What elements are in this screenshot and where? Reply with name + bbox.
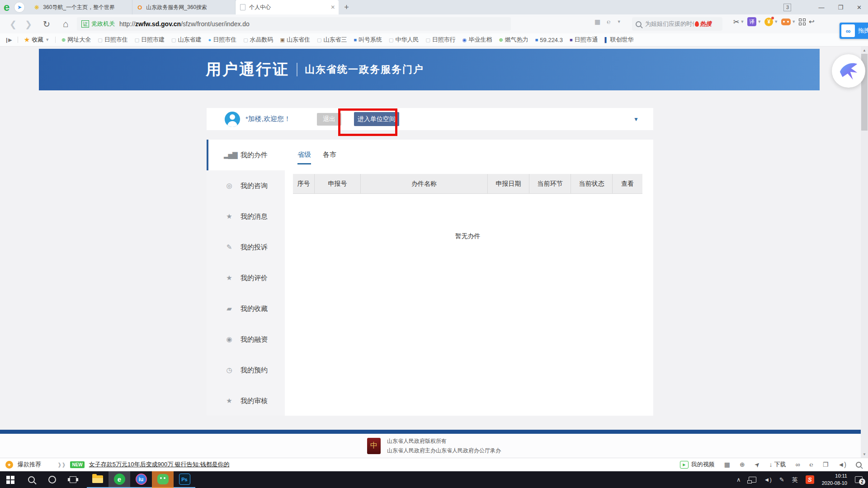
bookmark-item[interactable]: ⊕ 网址大全 [61, 36, 91, 44]
level-tab[interactable]: 各市 [323, 150, 336, 164]
bookmark-item[interactable]: ▢ 中华人民 [389, 36, 419, 44]
browser-tab-3-active[interactable]: 个人中心 ✕ [236, 0, 339, 14]
forward-icon[interactable]: ❯ [23, 19, 34, 29]
bookmark-item[interactable]: ▣ 山东省住 [280, 36, 310, 44]
booster-rocket-icon[interactable]: ➤ [753, 460, 762, 469]
sogou-input-icon[interactable]: S [806, 475, 814, 484]
bookmark-item[interactable]: ◉ 毕业生档 [462, 36, 492, 44]
double-chevron-icon[interactable]: ❱❱ [57, 462, 66, 468]
home-icon[interactable]: ⌂ [60, 19, 71, 29]
sidebar-item[interactable]: ★ 我的评价 [207, 263, 285, 293]
page-footer: 中 山东省人民政府版权所有 山东省人民政府主办山东省人民政府办公厅承办 [0, 434, 868, 458]
recommend-star-icon[interactable]: ★ [5, 461, 13, 469]
navigation-compass-icon[interactable]: ➤ [14, 2, 25, 13]
bookmark-item[interactable]: ▢ 日照市建 [135, 36, 165, 44]
news-headline-link[interactable]: 女子存款5万元10年后变成900万 银行告知:钱都是你的 [89, 460, 230, 469]
government-emblem-icon: 中 [367, 438, 381, 454]
bookmark-item[interactable]: ■ 叫号系统 [354, 36, 382, 44]
flame-icon [695, 21, 699, 27]
incognito-glasses-icon[interactable]: ∞ [796, 461, 800, 468]
address-bar[interactable]: 证 党政机关 http://zwfw.sd.gov.cn/sfzw/front/… [77, 17, 511, 31]
scrollbar-down-icon[interactable]: ▼ [861, 450, 868, 458]
browser-tab-1[interactable]: ❋ 360导航_一个主页，整个世界 [29, 0, 132, 14]
games-tool[interactable]: ▼ [781, 19, 796, 25]
window-close-button[interactable]: ✕ [857, 4, 862, 11]
bookmark-item[interactable]: ■ 59.224.3 [535, 37, 563, 43]
sidebar-item[interactable]: ◎ 我的咨询 [207, 170, 285, 201]
sidebar-item[interactable]: ◷ 我的预约 [207, 355, 285, 385]
bookmark-item[interactable]: ▢ 山东省三 [317, 36, 347, 44]
scrollbar-up-icon[interactable]: ▲ [861, 47, 868, 54]
speaker-icon[interactable]: ◄) [838, 461, 846, 468]
logout-button[interactable]: 退出 [317, 113, 341, 126]
window-layout-icon[interactable]: ❐ [823, 461, 829, 468]
ime-language-indicator[interactable]: 英 [792, 476, 798, 484]
zoom-search-icon[interactable] [856, 462, 862, 468]
window-minimize-button[interactable]: — [818, 4, 824, 11]
enter-unit-space-button[interactable]: 进入单位空间 [354, 112, 399, 126]
chevron-down-icon[interactable]: ▼ [617, 19, 621, 24]
bookmark-item[interactable]: ▢ 水晶数码 [243, 36, 273, 44]
browser-logo-icon[interactable]: e [4, 0, 9, 14]
my-video-button[interactable]: ▶ 我的视频 [680, 460, 715, 469]
hidden-icons-chevron[interactable]: ∧ [736, 476, 741, 483]
undo-arrow-icon[interactable]: ↩ [809, 18, 815, 26]
search-icon [636, 21, 642, 27]
new-tab-button[interactable]: + [344, 3, 349, 12]
network-icon[interactable] [749, 477, 756, 483]
page-scrollbar[interactable]: ▲ ▼ [861, 47, 868, 458]
search-input[interactable] [644, 20, 695, 28]
start-button[interactable] [0, 471, 21, 488]
task-view-button[interactable] [62, 471, 83, 488]
cloud-drag-tip[interactable]: ∞ 拖拽 [840, 23, 868, 39]
sidebar-item[interactable]: ◉ 我的融资 [207, 324, 285, 355]
bookmark-item[interactable]: ● 日照市住 [208, 36, 237, 44]
sidebar-item[interactable]: ★ 我的消息 [207, 201, 285, 232]
tab-count-badge[interactable]: 3 [783, 4, 791, 11]
user-dropdown-icon[interactable]: ▼ [633, 116, 639, 122]
file-explorer-button[interactable] [87, 471, 108, 488]
download-button[interactable]: ↓ 下载 [769, 460, 786, 469]
favorites-button[interactable]: ★ 收藏 ▼ [24, 36, 49, 44]
sidebar-item[interactable]: ✎ 我的投诉 [207, 232, 285, 263]
wallet-tool[interactable]: ¥▼ [764, 18, 778, 26]
bookmarks-expand-icon[interactable]: ❙▶ [5, 37, 12, 43]
hot-search-label[interactable]: 热搜 [700, 20, 712, 28]
cortana-button[interactable] [42, 471, 62, 488]
tab-close-icon[interactable]: ✕ [330, 4, 335, 10]
bookmark-item[interactable]: ■ 日照市通 [570, 36, 598, 44]
sidebar-item[interactable]: ▰ 我的收藏 [207, 293, 285, 324]
iu-app-button[interactable]: iu [130, 471, 152, 488]
sidebar-item[interactable]: ★ 我的审核 [207, 385, 285, 416]
qr-code-icon[interactable]: ▦ [594, 18, 600, 25]
image-tool-icon[interactable]: ▦ [724, 461, 730, 468]
wechat-button[interactable] [152, 471, 174, 488]
pen-input-icon[interactable]: ✎ [779, 476, 784, 483]
refresh-icon[interactable]: ↻ [41, 19, 52, 29]
level-tab[interactable]: 省级 [297, 150, 311, 164]
sidebar-item[interactable]: ▂▅▇ 我的办件 [207, 140, 285, 170]
volume-icon[interactable]: ◄) [764, 476, 772, 483]
browser-search-box[interactable]: 热搜 [632, 17, 722, 31]
action-center-icon[interactable]: 2 [855, 476, 863, 483]
browser-menu-icon[interactable]: ℮ [607, 18, 610, 25]
download-manager-float-icon[interactable] [832, 54, 865, 88]
photoshop-button[interactable]: Ps [174, 471, 195, 488]
recommend-label[interactable]: 爆款推荐 [18, 460, 41, 469]
window-restore-button[interactable]: ❐ [838, 4, 843, 11]
bookmark-item[interactable]: ▌ 联创世华 [605, 36, 634, 44]
bookmark-item[interactable]: ⊕ 燃气热力 [499, 36, 528, 44]
bookmark-item[interactable]: ▢ 日照市行 [425, 36, 455, 44]
taskbar-clock[interactable]: 10:11 2020-08-10 [822, 473, 847, 487]
apps-grid-icon[interactable] [799, 19, 806, 25]
bookmark-item[interactable]: ▢ 日照市住 [98, 36, 127, 44]
bookmark-item[interactable]: ▢ 山东省建 [171, 36, 201, 44]
browser-tab-2[interactable]: O 山东政务服务网_360搜索 [132, 0, 236, 14]
browser-360-button[interactable]: e [108, 471, 130, 488]
taskbar-search-button[interactable] [21, 471, 42, 488]
back-icon[interactable]: ❮ [7, 19, 19, 29]
browser-mode-icon[interactable]: ℮ [810, 461, 813, 468]
translate-tool[interactable]: 译▼ [747, 17, 761, 26]
screenshot-tool[interactable]: ✂▼ [733, 18, 744, 26]
history-tool-icon[interactable]: ⊕ [740, 461, 745, 468]
